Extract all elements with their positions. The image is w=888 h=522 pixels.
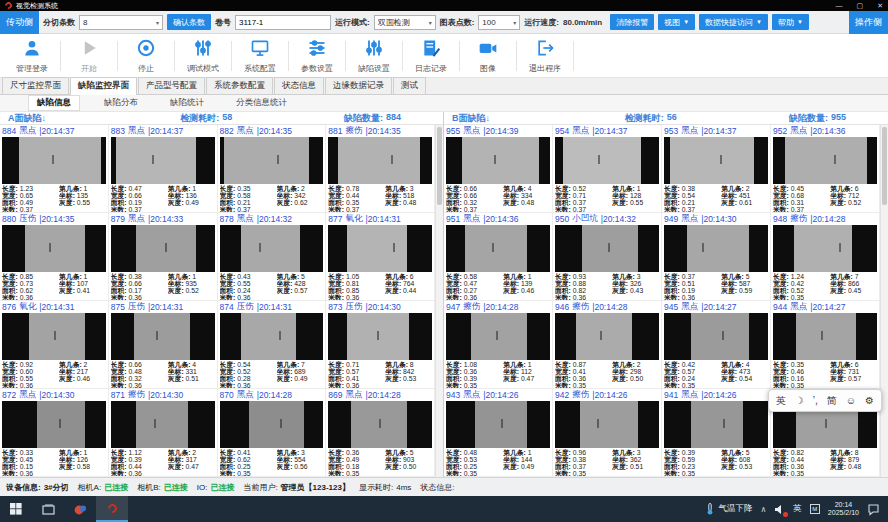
action-user-button[interactable]: 管理登录 bbox=[6, 38, 58, 74]
defect-image[interactable] bbox=[555, 313, 659, 360]
defect-cell[interactable]: 943 黑点 | 20:14:26 长度: 0.48 宽度: 0.53 面积: … bbox=[444, 389, 553, 477]
run-mode-select[interactable]: 双面检测 ▾ bbox=[374, 15, 436, 30]
defect-image[interactable] bbox=[664, 313, 768, 360]
defect-cell[interactable]: 955 黑点 | 20:14:39 长度: 0.66 宽度: 0.66 面积: … bbox=[444, 125, 553, 213]
ime-settings-icon[interactable]: ⚙ bbox=[865, 395, 874, 406]
minimize-button[interactable]: — bbox=[836, 2, 843, 10]
view-menu-button[interactable]: 视图 ▼ bbox=[658, 14, 695, 30]
defect-cell[interactable]: 952 黑点 | 20:14:36 长度: 0.45 宽度: 0.68 面积: … bbox=[771, 125, 880, 213]
scrollbar-thumb[interactable] bbox=[882, 127, 887, 205]
ime-emoji-icon[interactable]: ☺ bbox=[846, 395, 856, 406]
clear-alarm-button[interactable]: 清除报警 bbox=[610, 14, 654, 30]
ime-mode-icon[interactable]: M bbox=[810, 504, 820, 514]
roll-number-input[interactable] bbox=[235, 15, 331, 30]
defect-cell[interactable]: 877 氧化 | 20:14:31 长度: 1.05 宽度: 0.81 面积: … bbox=[326, 213, 435, 301]
defect-image[interactable] bbox=[111, 313, 215, 360]
defect-image[interactable] bbox=[220, 137, 324, 184]
pinned-app-button[interactable] bbox=[64, 496, 96, 522]
operator-side-button[interactable]: 操作侧 bbox=[849, 11, 888, 34]
subtab-0[interactable]: 缺陷信息 bbox=[28, 95, 80, 111]
drive-side-button[interactable]: 传动侧 bbox=[0, 11, 39, 34]
defect-image[interactable] bbox=[555, 401, 659, 448]
defect-image[interactable] bbox=[773, 225, 877, 272]
defect-image[interactable] bbox=[664, 225, 768, 272]
defect-cell[interactable]: 949 黑点 | 20:14:30 长度: 0.37 宽度: 0.51 面积: … bbox=[662, 213, 771, 301]
defect-image[interactable] bbox=[328, 225, 432, 272]
panel-b-title[interactable]: B面缺陷↓ bbox=[452, 112, 490, 125]
defect-image[interactable] bbox=[446, 137, 550, 184]
close-button[interactable]: ✕ bbox=[877, 2, 883, 10]
action-exit-button[interactable]: 退出程序 bbox=[519, 38, 571, 74]
defect-cell[interactable]: 879 黑点 | 20:14:33 长度: 0.38 宽度: 0.66 面积: … bbox=[109, 213, 218, 301]
tab-6[interactable]: 测试 bbox=[393, 77, 426, 94]
defect-cell[interactable]: 953 黑点 | 20:14:37 长度: 0.38 宽度: 0.54 面积: … bbox=[662, 125, 771, 213]
defect-cell[interactable]: 876 氧化 | 20:14:31 长度: 0.92 宽度: 0.60 面积: … bbox=[0, 301, 109, 389]
tab-1[interactable]: 缺陷监控界面 bbox=[70, 77, 137, 95]
tab-5[interactable]: 边缘数据记录 bbox=[325, 77, 392, 94]
start-button[interactable] bbox=[0, 496, 32, 522]
defect-cell[interactable]: 872 黑点 | 20:14:30 长度: 0.33 宽度: 0.45 面积: … bbox=[0, 389, 109, 477]
defect-image[interactable] bbox=[220, 401, 324, 448]
defect-cell[interactable]: 954 黑点 | 20:14:37 长度: 0.52 宽度: 0.71 面积: … bbox=[553, 125, 662, 213]
tab-4[interactable]: 状态信息 bbox=[274, 77, 324, 94]
defect-cell[interactable]: 874 压伤 | 20:14:31 长度: 0.54 宽度: 0.52 面积: … bbox=[218, 301, 327, 389]
defect-image[interactable] bbox=[773, 137, 877, 184]
defect-cell[interactable]: 884 黑点 | 20:14:37 长度: 1.23 宽度: 0.65 面积: … bbox=[0, 125, 109, 213]
defect-image[interactable] bbox=[446, 225, 550, 272]
defect-cell[interactable]: 875 压伤 | 20:14:31 长度: 0.66 宽度: 0.48 面积: … bbox=[109, 301, 218, 389]
subtab-3[interactable]: 分类信息统计 bbox=[228, 96, 295, 110]
defect-image[interactable] bbox=[328, 313, 432, 360]
defect-cell[interactable]: 882 黑点 | 20:14:35 长度: 0.35 宽度: 0.58 面积: … bbox=[218, 125, 327, 213]
defect-cell[interactable]: 944 黑点 | 20:14:27 长度: 0.35 宽度: 0.46 面积: … bbox=[771, 301, 880, 389]
panel-a-title[interactable]: A面缺陷↓ bbox=[8, 112, 46, 125]
defect-image[interactable] bbox=[111, 137, 215, 184]
active-app-button[interactable] bbox=[96, 496, 128, 522]
scrollbar-thumb[interactable] bbox=[437, 127, 442, 205]
defect-cell[interactable]: 878 黑点 | 20:14:32 长度: 0.43 宽度: 0.55 面积: … bbox=[218, 213, 327, 301]
ime-punctuation-toggle[interactable]: ’, bbox=[813, 395, 818, 406]
defect-image[interactable] bbox=[328, 401, 432, 448]
defect-cell[interactable]: 870 黑点 | 20:14:28 长度: 0.41 宽度: 0.62 面积: … bbox=[218, 389, 327, 477]
confirm-count-button[interactable]: 确认条数 bbox=[167, 14, 211, 30]
task-view-button[interactable] bbox=[32, 496, 64, 522]
defect-image[interactable] bbox=[111, 401, 215, 448]
volume-button[interactable] bbox=[774, 504, 785, 515]
ime-night-mode-icon[interactable]: ☽ bbox=[795, 395, 804, 406]
defect-cell[interactable]: 951 黑点 | 20:14:36 长度: 0.58 宽度: 0.47 面积: … bbox=[444, 213, 553, 301]
slit-count-select[interactable]: 8 ▾ bbox=[79, 15, 163, 30]
chart-points-select[interactable]: 100 ▾ bbox=[478, 15, 520, 30]
defect-image[interactable] bbox=[555, 225, 659, 272]
defect-image[interactable] bbox=[220, 225, 324, 272]
weather-widget[interactable]: 气温下降 bbox=[706, 503, 752, 515]
tab-2[interactable]: 产品型号配置 bbox=[138, 77, 205, 94]
defect-image[interactable] bbox=[446, 313, 550, 360]
maximize-button[interactable]: ▢ bbox=[857, 2, 864, 10]
defect-cell[interactable]: 881 擦伤 | 20:14:35 长度: 0.78 宽度: 0.44 面积: … bbox=[326, 125, 435, 213]
defect-image[interactable] bbox=[446, 401, 550, 448]
defect-cell[interactable]: 946 擦伤 | 20:14:28 长度: 0.87 宽度: 0.41 面积: … bbox=[553, 301, 662, 389]
defect-cell[interactable]: 941 黑点 | 20:14:26 长度: 0.39 宽度: 0.59 面积: … bbox=[662, 389, 771, 477]
action-sliders-horizontal-button[interactable]: 参数设置 bbox=[291, 38, 343, 74]
action-sliders-vertical-button[interactable]: 调试模式 bbox=[177, 38, 229, 74]
data-quick-access-menu-button[interactable]: 数据快捷访问 ▼ bbox=[699, 14, 768, 30]
ime-language-toggle[interactable]: 英 bbox=[776, 394, 786, 408]
defect-cell[interactable]: 945 黑点 | 20:14:27 长度: 0.42 宽度: 0.57 面积: … bbox=[662, 301, 771, 389]
defect-image[interactable] bbox=[664, 137, 768, 184]
defect-image[interactable] bbox=[220, 313, 324, 360]
defect-cell[interactable]: 947 擦伤 | 20:14:28 长度: 1.08 宽度: 0.36 面积: … bbox=[444, 301, 553, 389]
action-sliders-vertical2-button[interactable]: 缺陷设置 bbox=[348, 38, 400, 74]
action-log-button[interactable]: 日志记录 bbox=[405, 38, 457, 74]
defect-image[interactable] bbox=[664, 401, 768, 448]
action-stop-button[interactable]: 停止 bbox=[120, 38, 172, 74]
defect-image[interactable] bbox=[2, 313, 106, 360]
clock[interactable]: 20:14 2025/2/10 bbox=[828, 501, 859, 517]
defect-cell[interactable]: 871 擦伤 | 20:14:30 长度: 1.12 宽度: 0.39 面积: … bbox=[109, 389, 218, 477]
defect-cell[interactable]: 950 小凹坑 | 20:14:32 长度: 0.93 宽度: 0.88 面积:… bbox=[553, 213, 662, 301]
subtab-1[interactable]: 缺陷分布 bbox=[96, 96, 146, 110]
defect-cell[interactable]: 873 压伤 | 20:14:30 长度: 0.71 宽度: 0.57 面积: … bbox=[326, 301, 435, 389]
ime-language-indicator[interactable]: 英 bbox=[793, 503, 802, 515]
help-menu-button[interactable]: 帮助 ▼ bbox=[772, 14, 809, 30]
defect-cell[interactable]: 869 黑点 | 20:14:28 长度: 0.36 宽度: 0.49 面积: … bbox=[326, 389, 435, 477]
action-camera-button[interactable]: 图像 bbox=[462, 38, 514, 74]
tray-expand-chevron[interactable]: ∧ bbox=[760, 505, 766, 514]
